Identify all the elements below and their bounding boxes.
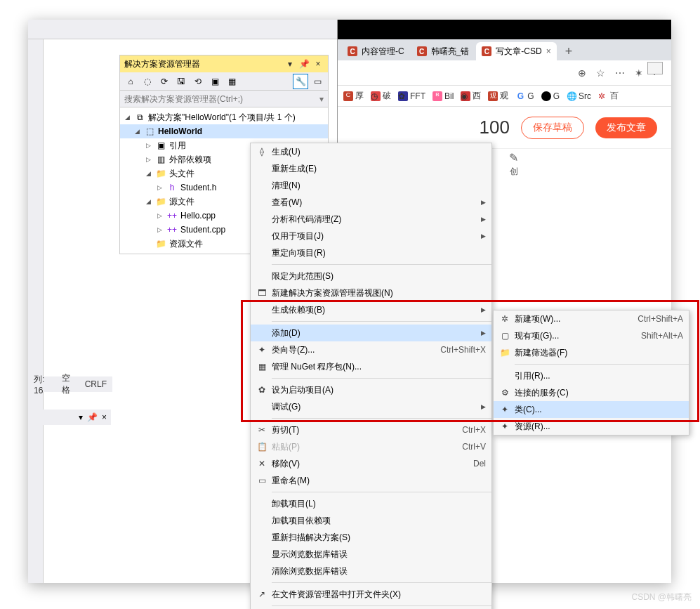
browser-tab-1[interactable]: C内容管理-C bbox=[342, 42, 410, 60]
new-tab-button[interactable]: + bbox=[558, 42, 580, 60]
menu-show-db-errors[interactable]: 显示浏览数据库错误 bbox=[251, 546, 491, 563]
publish-button[interactable]: 发布文章 bbox=[595, 117, 657, 138]
browser-tab-3[interactable]: C写文章-CSD× bbox=[476, 42, 556, 60]
bookmark[interactable]: ✲百 bbox=[598, 90, 619, 102]
menu-connected-service[interactable]: ⚙连接的服务(C) bbox=[494, 384, 689, 401]
menu-debug[interactable]: 调试(G)▶ bbox=[251, 398, 491, 415]
status-bar: 列: 16 空格 CRLF bbox=[28, 376, 112, 392]
menu-rebuild[interactable]: 重新生成(E) bbox=[251, 160, 491, 177]
menu-new-filter[interactable]: 📁新建筛选器(F) bbox=[494, 344, 689, 361]
panel-title: 解决方案资源管理器 bbox=[124, 58, 200, 70]
bookmark[interactable]: ✿FFT bbox=[398, 91, 425, 101]
menu-scope[interactable]: 限定为此范围(S) bbox=[251, 268, 491, 284]
menu-view[interactable]: 查看(W)▶ bbox=[251, 194, 491, 211]
search-box[interactable]: ▾ bbox=[120, 91, 328, 107]
menu-nuget[interactable]: ▦管理 NuGet 程序包(N)... bbox=[251, 358, 491, 375]
bookmark[interactable]: ◉西 bbox=[461, 90, 481, 102]
menu-separator bbox=[272, 605, 491, 606]
back-icon[interactable]: ◌ bbox=[140, 74, 155, 89]
menu-icon[interactable]: ⋯ bbox=[615, 67, 625, 79]
browser-titlebar bbox=[338, 20, 671, 39]
output-tab-strip: ▾ 📌 × bbox=[28, 410, 111, 425]
home-icon[interactable]: ⌂ bbox=[123, 74, 138, 89]
lineending-status: CRLF bbox=[85, 379, 107, 389]
bookmark[interactable]: G bbox=[541, 91, 560, 101]
indent-status: 空格 bbox=[62, 372, 77, 396]
menu-new-item[interactable]: ✲新建项(W)...Ctrl+Shift+A bbox=[494, 310, 689, 327]
menu-separator bbox=[272, 264, 491, 265]
menu-separator bbox=[272, 321, 491, 322]
column-status: 列: 16 bbox=[34, 374, 53, 395]
menu-separator bbox=[272, 378, 491, 379]
bookmark[interactable]: GG bbox=[515, 91, 534, 101]
menu-clear-db-errors[interactable]: 清除浏览数据库错误 bbox=[251, 563, 491, 579]
pin-icon[interactable]: 📌 bbox=[298, 58, 310, 70]
menu-load-deps[interactable]: 加载项目依赖项 bbox=[251, 512, 491, 529]
search-dropdown-icon[interactable]: ▾ bbox=[319, 94, 324, 104]
menu-separator bbox=[272, 492, 491, 492]
menu-remove[interactable]: ✕移除(V)Del bbox=[251, 455, 491, 472]
menu-clean[interactable]: 清理(N) bbox=[251, 177, 491, 194]
pin-icon[interactable]: 📌 bbox=[87, 412, 98, 422]
menu-separator bbox=[515, 364, 689, 365]
show-all-icon[interactable]: ▦ bbox=[224, 74, 239, 89]
tab-overflow-button[interactable] bbox=[647, 62, 663, 74]
menu-paste: 📋粘贴(P)Ctrl+V bbox=[251, 438, 491, 455]
dropdown-icon[interactable]: ▾ bbox=[79, 412, 83, 422]
star-icon[interactable]: ☆ bbox=[596, 67, 605, 79]
context-menu: ⟠生成(U) 重新生成(E) 清理(N) 查看(W)▶ 分析和代码清理(Z)▶ … bbox=[250, 143, 492, 609]
menu-separator bbox=[272, 418, 491, 419]
preview-icon[interactable]: ▭ bbox=[310, 74, 325, 89]
menu-class[interactable]: ✦类(C)... bbox=[494, 401, 689, 418]
menu-existing-item[interactable]: ▢现有项(G)...Shift+Alt+A bbox=[494, 327, 689, 344]
create-button[interactable]: ✎创 bbox=[509, 151, 518, 178]
panel-header: 解决方案资源管理器 ▾ 📌 × bbox=[120, 55, 328, 72]
extension-icon[interactable]: ✶ bbox=[635, 67, 643, 79]
close-icon[interactable]: × bbox=[102, 412, 107, 422]
left-dock-gutter bbox=[28, 39, 44, 583]
menu-class-wizard[interactable]: ✦类向导(Z)...Ctrl+Shift+X bbox=[251, 341, 491, 358]
browser-tab-2[interactable]: C韩曙亮_错 bbox=[411, 42, 475, 60]
menu-unload[interactable]: 卸载项目(L) bbox=[251, 495, 491, 512]
menu-build[interactable]: ⟠生成(U) bbox=[251, 143, 491, 160]
menu-reference[interactable]: 引用(R)... bbox=[494, 367, 689, 384]
properties-icon[interactable]: 🔧 bbox=[293, 74, 308, 89]
menu-set-startup[interactable]: ✿设为启动项目(A) bbox=[251, 381, 491, 398]
char-count: 100 bbox=[480, 117, 510, 138]
dropdown-icon[interactable]: ▾ bbox=[284, 58, 296, 70]
menu-build-deps[interactable]: 生成依赖项(B)▶ bbox=[251, 301, 491, 318]
panel-toolbar: ⌂ ◌ ⟳ 🖫 ⟲ ▣ ▦ 🔧 ▭ bbox=[120, 72, 328, 91]
close-icon[interactable]: × bbox=[546, 46, 551, 56]
menu-rescan[interactable]: 重新扫描解决方案(S) bbox=[251, 529, 491, 546]
menu-project-only[interactable]: 仅用于项目(J)▶ bbox=[251, 228, 491, 244]
submenu-add: ✲新建项(W)...Ctrl+Shift+A ▢现有项(G)...Shift+A… bbox=[493, 310, 689, 436]
zoom-icon[interactable]: ⊕ bbox=[578, 67, 586, 79]
bookmark[interactable]: C厚 bbox=[343, 90, 364, 102]
menu-cut[interactable]: ✂剪切(T)Ctrl+X bbox=[251, 421, 491, 438]
close-icon[interactable]: × bbox=[312, 58, 324, 70]
bookmark[interactable]: ◷破 bbox=[371, 90, 391, 102]
sync-icon[interactable]: ⟳ bbox=[157, 74, 172, 89]
save-all-icon[interactable]: 🖫 bbox=[173, 74, 189, 89]
project-node[interactable]: ◢⬚HelloWorld bbox=[120, 124, 328, 138]
collapse-icon[interactable]: ▣ bbox=[207, 74, 223, 89]
address-bar: ⊕ ☆ ⋯ ✶ ≔ bbox=[338, 60, 671, 86]
browser-tabstrip: C内容管理-C C韩曙亮_错 C写文章-CSD× + bbox=[338, 39, 671, 60]
menu-new-view[interactable]: 🗖新建解决方案资源管理器视图(N) bbox=[251, 284, 491, 301]
menu-separator bbox=[272, 582, 491, 583]
solution-node[interactable]: ◢⧉解决方案"HelloWorld"(1 个项目/共 1 个) bbox=[120, 110, 328, 124]
menu-add[interactable]: 添加(D)▶ bbox=[251, 325, 491, 341]
menu-rename[interactable]: ▭重命名(M) bbox=[251, 472, 491, 489]
bookmark[interactable]: 🌐Src bbox=[567, 91, 591, 101]
save-draft-button[interactable]: 保存草稿 bbox=[521, 117, 584, 139]
bookmark[interactable]: 观观 bbox=[488, 90, 508, 102]
bookmarks-bar: C厚 ◷破 ✿FFT BBil ◉西 观观 GG G 🌐Src ✲百 bbox=[338, 86, 671, 107]
menu-resource[interactable]: ✦资源(R)... bbox=[494, 418, 689, 435]
menu-open-explorer[interactable]: ↗在文件资源管理器中打开文件夹(X) bbox=[251, 586, 491, 603]
search-input[interactable] bbox=[124, 94, 319, 104]
bookmark[interactable]: BBil bbox=[432, 91, 454, 101]
watermark: CSDN @韩曙亮 bbox=[631, 591, 692, 603]
menu-retarget[interactable]: 重定向项目(R) bbox=[251, 244, 491, 261]
menu-analyze[interactable]: 分析和代码清理(Z)▶ bbox=[251, 211, 491, 228]
refresh-icon[interactable]: ⟲ bbox=[190, 74, 206, 89]
